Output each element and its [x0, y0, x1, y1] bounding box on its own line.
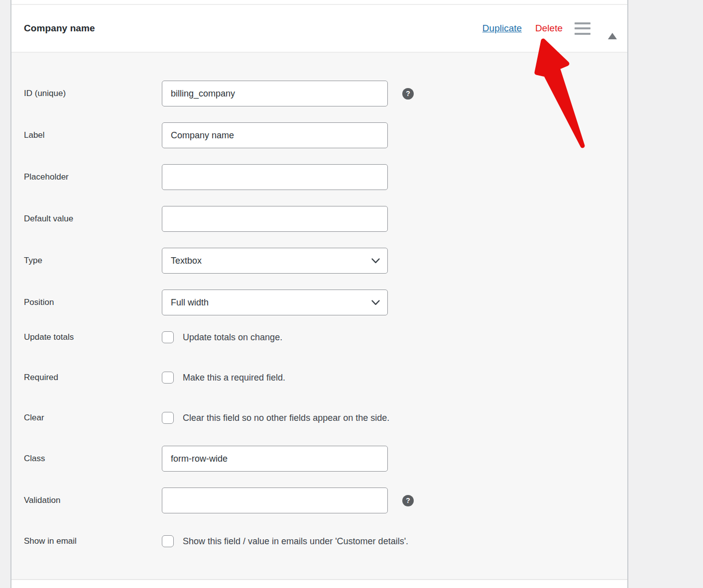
row-label: Class [24, 454, 162, 464]
row-label: Position [24, 297, 162, 307]
delete-link[interactable]: Delete [535, 23, 563, 34]
checkbox-description: Update totals on change. [183, 332, 282, 343]
type-select[interactable]: Textbox [162, 248, 388, 274]
form-row-placeholder: Placeholder [24, 164, 627, 190]
id-input[interactable] [162, 81, 388, 106]
form-row-position: Position Full width [24, 290, 627, 315]
row-label: Validation [24, 495, 162, 505]
position-select[interactable]: Full width [162, 290, 388, 315]
row-label: Placeholder [24, 172, 162, 182]
collapse-toggle-button[interactable] [608, 25, 617, 32]
row-label: Default value [24, 214, 162, 224]
field-settings-form: ID (unique) ? Label Placeholder Default … [11, 53, 627, 579]
label-input[interactable] [162, 122, 388, 148]
row-label: Label [24, 130, 162, 140]
form-row-id: ID (unique) ? [24, 81, 627, 106]
clear-checkbox[interactable] [162, 412, 174, 424]
form-row-update-totals: Update totals Update totals on change. [24, 331, 627, 343]
form-row-label: Label [24, 122, 627, 148]
row-label: Required [24, 373, 162, 383]
form-row-validation: Validation ? [24, 488, 627, 513]
next-panel-edge [11, 579, 627, 588]
previous-panel-edge [11, 0, 627, 5]
triangle-up-icon [608, 25, 617, 39]
form-row-show-in-email: Show in email Show this field / value in… [24, 535, 627, 547]
required-checkbox[interactable] [162, 372, 174, 384]
validation-input[interactable] [162, 488, 388, 513]
show-in-email-checkbox[interactable] [162, 535, 174, 547]
row-label: Show in email [24, 536, 162, 546]
row-label: Clear [24, 413, 162, 423]
hamburger-icon[interactable] [575, 22, 590, 35]
checkbox-description: Clear this field so no other fields appe… [183, 413, 389, 423]
duplicate-link[interactable]: Duplicate [482, 23, 522, 34]
form-row-required: Required Make this a required field. [24, 372, 627, 384]
panel-title: Company name [24, 23, 95, 34]
default-value-input[interactable] [162, 206, 388, 232]
update-totals-checkbox[interactable] [162, 331, 174, 343]
panel-header-actions: Duplicate Delete [482, 22, 617, 35]
form-row-default-value: Default value [24, 206, 627, 232]
row-label: ID (unique) [24, 89, 162, 98]
form-row-clear: Clear Clear this field so no other field… [24, 412, 627, 424]
field-settings-panel: Company name Duplicate Delete ID (unique… [10, 0, 628, 588]
row-label: Type [24, 256, 162, 266]
help-icon[interactable]: ? [402, 495, 414, 506]
placeholder-input[interactable] [162, 164, 388, 190]
checkbox-description: Make this a required field. [183, 373, 285, 383]
class-input[interactable] [162, 446, 388, 472]
checkbox-description: Show this field / value in emails under … [183, 536, 408, 547]
form-row-type: Type Textbox [24, 248, 627, 274]
row-label: Update totals [24, 332, 162, 342]
panel-header: Company name Duplicate Delete [11, 5, 627, 53]
form-row-class: Class [24, 446, 627, 472]
help-icon[interactable]: ? [402, 88, 414, 99]
